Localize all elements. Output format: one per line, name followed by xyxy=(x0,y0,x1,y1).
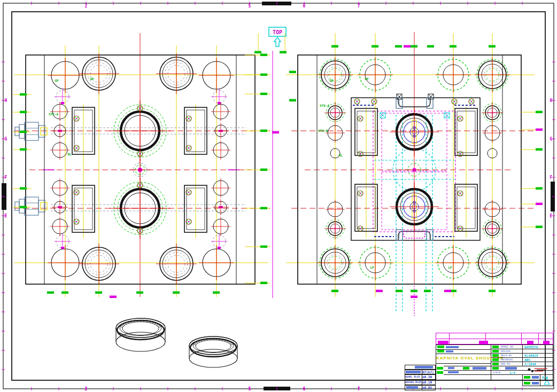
feature-label-lp: LP xyxy=(448,265,452,269)
grid-row-label: E xyxy=(550,214,553,218)
grid-col-label: 2 xyxy=(85,4,88,9)
grid-col-label: 5 xyxy=(249,4,251,9)
right-plate-view: GP UP STE-A STE-B RL LP LP xyxy=(286,32,535,316)
feature-label-ste-a: STE-A xyxy=(49,112,58,116)
grid-col-label: 5 xyxy=(249,387,251,391)
feature-label-up: UP xyxy=(365,77,369,81)
grid-ticks xyxy=(2,2,555,390)
top-marker-label: TOP xyxy=(273,29,282,35)
grid-col-label: 6 xyxy=(303,4,306,9)
feature-label-lp: LP xyxy=(370,265,374,269)
feature-label-ste-b: STE-B xyxy=(318,129,328,132)
drawing-sheet: 2 5 6 7 2 5 6 7 H G F E H G F E TOP xyxy=(0,0,557,392)
grid-col-label: 7 xyxy=(358,4,360,9)
feature-label-gp: GP xyxy=(55,79,59,82)
sheet-frame: 2 5 6 7 2 5 6 7 H G F E H G F E xyxy=(2,2,555,391)
grid-row-label: G xyxy=(5,137,7,142)
feature-label-ste-a: STE-A xyxy=(320,104,329,107)
iso-ring-part xyxy=(189,336,237,367)
grid-col-label: 6 xyxy=(303,387,306,391)
grid-row-label: G xyxy=(550,137,553,142)
grid-col-label: 2 xyxy=(85,387,88,391)
molded-part-isometric-views xyxy=(116,318,237,367)
feature-label-rl: RL xyxy=(338,153,343,157)
left-plate-view: GP UP STE-A RL xyxy=(14,33,270,297)
title-block-symbols xyxy=(528,369,550,385)
iso-ring-part xyxy=(116,318,165,351)
feature-label-gp: GP xyxy=(329,79,334,82)
feature-label-up: UP xyxy=(90,77,94,81)
grid-row-label: E xyxy=(5,214,7,218)
grid-row-label: H xyxy=(550,98,553,103)
feature-label-rl: RL xyxy=(67,152,72,156)
grid-col-label: 7 xyxy=(358,387,360,391)
grid-row-label: H xyxy=(5,98,7,103)
grid-row-label: F xyxy=(5,175,7,180)
cad-canvas: 2 5 6 7 2 5 6 7 H G F E H G F E TOP xyxy=(0,0,557,392)
up-arrow-icon xyxy=(274,37,281,46)
grid-row-label: F xyxy=(550,175,553,180)
top-view-marker: TOP xyxy=(269,27,286,46)
left-center-locator xyxy=(129,159,151,181)
